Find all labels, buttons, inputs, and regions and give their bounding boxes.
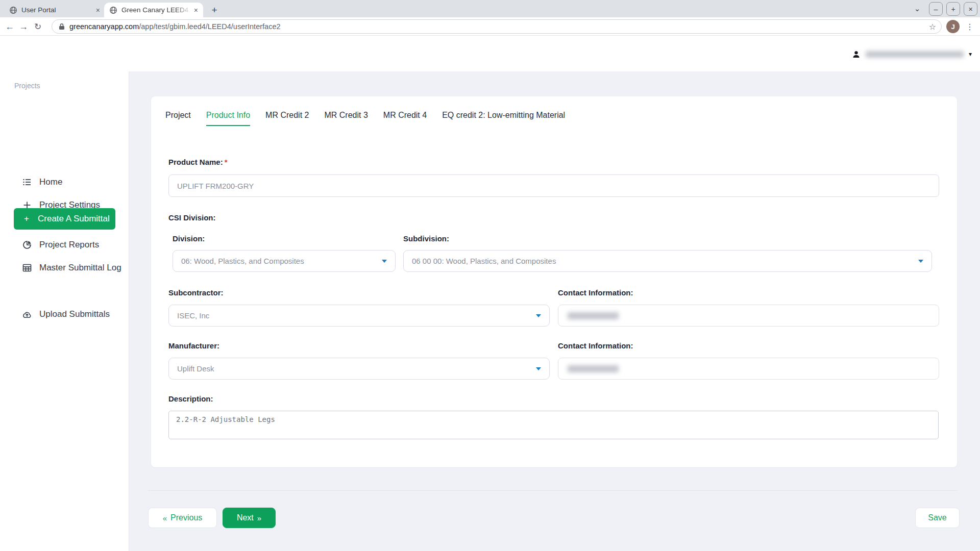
tab-title: Green Canary LEED4.2 Trac bbox=[121, 6, 191, 14]
next-button[interactable]: Next » bbox=[223, 508, 276, 528]
tab-eq-credit-2[interactable]: EQ credit 2: Low-emitting Material bbox=[442, 111, 565, 126]
division-select[interactable]: 06: Wood, Plastics, and Composites bbox=[173, 250, 396, 272]
manufacturer-select[interactable]: Uplift Desk bbox=[168, 358, 550, 380]
double-chevron-left-icon: « bbox=[163, 514, 167, 522]
caret-down-icon: ▾ bbox=[969, 51, 972, 58]
sidebar-item-label: Upload Submittals bbox=[39, 309, 110, 319]
subdivision-selected-value: 06 00 00: Wood, Plastics, and Composites bbox=[412, 257, 918, 265]
redacted-phone-number bbox=[568, 365, 619, 372]
browser-menu-icon[interactable]: ⋮ bbox=[964, 19, 976, 34]
required-asterisk: * bbox=[225, 158, 228, 166]
sidebar-create-a-submittal-button[interactable]: + Create A Submittal bbox=[14, 208, 115, 230]
url-text: greencanaryapp.com/app/test/gbim.leed4/L… bbox=[69, 22, 925, 31]
division-selected-value: 06: Wood, Plastics, and Composites bbox=[181, 257, 382, 265]
subcontractor-label: Subcontractor: bbox=[168, 288, 224, 297]
forward-button[interactable]: → bbox=[16, 17, 31, 36]
manufacturer-contact-input[interactable] bbox=[558, 358, 939, 380]
manufacturer-label: Manufacturer: bbox=[168, 341, 219, 350]
pie-chart-icon bbox=[22, 240, 32, 249]
tab-close-icon[interactable]: × bbox=[96, 7, 100, 14]
sidebar-item-master-submittal-log[interactable]: Master Submittal Log bbox=[0, 260, 129, 276]
sidebar: Projects Home Project Settings Data Proj… bbox=[0, 71, 129, 551]
browser-tab-user-portal[interactable]: User Portal × bbox=[4, 3, 105, 17]
tab-product-info[interactable]: Product Info bbox=[206, 111, 250, 126]
sidebar-section-projects: Projects bbox=[14, 82, 40, 90]
sidebar-item-label: Home bbox=[39, 177, 62, 187]
plus-icon: + bbox=[22, 214, 31, 223]
sidebar-item-project-reports[interactable]: Project Reports bbox=[0, 237, 129, 253]
manufacturer-contact-label: Contact Information: bbox=[558, 341, 633, 350]
sidebar-item-label: Create A Submittal bbox=[38, 214, 110, 224]
previous-button-label: Previous bbox=[170, 513, 202, 522]
caret-down-icon bbox=[536, 314, 541, 317]
previous-button[interactable]: « Previous bbox=[148, 508, 217, 528]
product-name-label: Product Name:* bbox=[168, 158, 228, 166]
sidebar-item-label: Project Reports bbox=[39, 240, 99, 250]
subcontractor-contact-input[interactable] bbox=[558, 305, 939, 327]
description-textarea[interactable]: 2.2-R-2 Adjustable Legs bbox=[168, 411, 939, 439]
table-icon bbox=[22, 263, 32, 272]
url-domain: greencanaryapp.com bbox=[69, 22, 139, 31]
redacted-phone-number bbox=[568, 312, 619, 319]
caret-down-icon bbox=[918, 260, 923, 263]
user-account-menu[interactable]: ▾ bbox=[852, 47, 972, 61]
address-bar[interactable]: greencanaryapp.com/app/test/gbim.leed4/L… bbox=[52, 19, 942, 34]
form-tab-bar: Project Product Info MR Credit 2 MR Cred… bbox=[165, 111, 565, 126]
csi-division-label: CSI Division: bbox=[168, 213, 216, 222]
browser-tab-green-canary[interactable]: Green Canary LEED4.2 Trac × bbox=[104, 3, 203, 17]
reload-button[interactable]: ↻ bbox=[31, 17, 45, 36]
product-name-input[interactable] bbox=[168, 174, 939, 197]
list-icon bbox=[22, 178, 32, 187]
sidebar-item-upload-submittals[interactable]: Upload Submittals bbox=[0, 307, 129, 322]
browser-tab-strip: User Portal × Green Canary LEED4.2 Trac … bbox=[0, 0, 980, 17]
url-path: /app/test/gbim.leed4/LEED4/userInterface… bbox=[139, 22, 280, 31]
tab-mr-credit-3[interactable]: MR Credit 3 bbox=[324, 111, 368, 126]
app-header: ▾ bbox=[0, 36, 980, 71]
subdivision-select[interactable]: 06 00 00: Wood, Plastics, and Composites bbox=[403, 250, 932, 272]
back-button[interactable]: ← bbox=[3, 17, 17, 36]
double-chevron-right-icon: » bbox=[257, 514, 261, 522]
footer-divider bbox=[148, 490, 958, 491]
sidebar-item-label: Master Submittal Log bbox=[39, 263, 121, 273]
tab-project[interactable]: Project bbox=[165, 111, 191, 126]
tab-search-chevron-icon[interactable]: ⌄ bbox=[911, 1, 924, 16]
globe-favicon-icon bbox=[9, 6, 17, 14]
subcontractor-selected-value: ISEC, Inc bbox=[177, 311, 536, 320]
redacted-user-email bbox=[866, 51, 964, 58]
next-button-label: Next bbox=[237, 513, 254, 522]
tab-mr-credit-4[interactable]: MR Credit 4 bbox=[383, 111, 427, 126]
tab-title: User Portal bbox=[21, 6, 93, 14]
new-tab-button[interactable]: + bbox=[208, 4, 221, 17]
save-button-label: Save bbox=[928, 513, 946, 522]
lock-icon bbox=[59, 23, 65, 30]
subcontractor-select[interactable]: ISEC, Inc bbox=[168, 305, 550, 327]
globe-favicon-icon bbox=[109, 6, 117, 14]
person-icon bbox=[852, 50, 861, 59]
manufacturer-selected-value: Uplift Desk bbox=[177, 364, 536, 373]
caret-down-icon bbox=[382, 260, 387, 263]
subdivision-label: Subdivision: bbox=[403, 234, 449, 243]
tab-mr-credit-2[interactable]: MR Credit 2 bbox=[265, 111, 309, 126]
subcontractor-contact-label: Contact Information: bbox=[558, 288, 633, 297]
cloud-upload-icon bbox=[22, 310, 32, 319]
form-card: Project Product Info MR Credit 2 MR Cred… bbox=[151, 96, 957, 467]
tab-close-icon[interactable]: × bbox=[194, 7, 198, 14]
browser-profile-avatar[interactable]: J bbox=[946, 20, 960, 33]
bookmark-star-icon[interactable]: ☆ bbox=[929, 22, 936, 32]
window-minimize-button[interactable]: – bbox=[929, 2, 943, 16]
description-label: Description: bbox=[168, 394, 213, 403]
window-close-button[interactable]: × bbox=[964, 2, 977, 16]
main-content: Project Product Info MR Credit 2 MR Cred… bbox=[130, 71, 980, 551]
sidebar-item-home[interactable]: Home bbox=[0, 174, 129, 190]
window-maximize-button[interactable]: + bbox=[946, 2, 960, 16]
save-button[interactable]: Save bbox=[915, 508, 960, 528]
caret-down-icon bbox=[536, 367, 541, 370]
division-label: Division: bbox=[173, 234, 205, 243]
